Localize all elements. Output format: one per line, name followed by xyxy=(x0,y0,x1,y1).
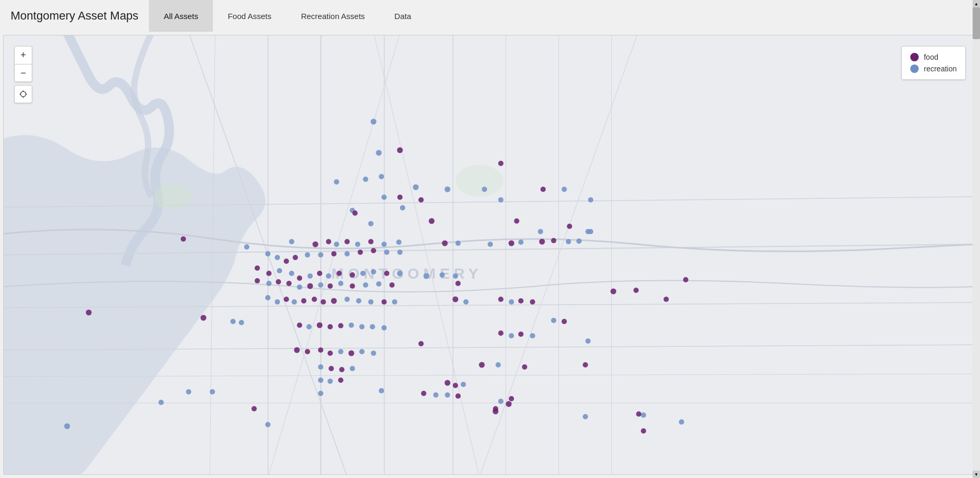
map-dot[interactable] xyxy=(360,271,366,276)
map-dot[interactable] xyxy=(562,187,567,192)
map-dot[interactable] xyxy=(588,229,593,234)
map-dot[interactable] xyxy=(588,197,593,203)
map-dot[interactable] xyxy=(344,239,350,244)
map-dot[interactable] xyxy=(397,270,403,276)
map-dot[interactable] xyxy=(530,333,535,338)
map-dot[interactable] xyxy=(251,406,257,411)
map-dot[interactable] xyxy=(230,319,236,324)
map-dot[interactable] xyxy=(244,244,249,250)
map-dot[interactable] xyxy=(371,248,376,253)
map-dot[interactable] xyxy=(201,315,207,320)
map-dot[interactable] xyxy=(312,297,317,302)
map-dot[interactable] xyxy=(368,299,374,305)
map-dot[interactable] xyxy=(567,224,572,229)
map-dot[interactable] xyxy=(418,197,424,203)
map-dot[interactable] xyxy=(381,299,387,305)
map-dot[interactable] xyxy=(453,273,458,279)
map-dot[interactable] xyxy=(318,391,323,396)
map-dot[interactable] xyxy=(551,238,556,243)
map-dot[interactable] xyxy=(440,272,445,278)
map-dot[interactable] xyxy=(518,240,524,245)
map-dot[interactable] xyxy=(376,150,382,156)
map-dot[interactable] xyxy=(339,367,344,372)
map-dot[interactable] xyxy=(509,396,514,401)
nav-tab-food-assets[interactable]: Food Assets xyxy=(213,0,286,32)
map-dot[interactable] xyxy=(289,271,294,276)
map-dot[interactable] xyxy=(397,195,403,200)
map-dot[interactable] xyxy=(633,288,639,293)
scrollbar-thumb[interactable] xyxy=(973,7,980,39)
map-dot[interactable] xyxy=(418,341,424,346)
map-dot[interactable] xyxy=(384,250,389,255)
map-dot[interactable] xyxy=(317,323,323,328)
map-dot[interactable] xyxy=(318,282,323,288)
map-dot[interactable] xyxy=(461,382,466,387)
map-dot[interactable] xyxy=(318,252,323,258)
map-dot[interactable] xyxy=(350,366,355,371)
map-dot[interactable] xyxy=(479,362,485,367)
map-dot[interactable] xyxy=(683,277,688,282)
map-dot[interactable] xyxy=(350,283,355,289)
map-dot[interactable] xyxy=(453,383,458,388)
map-dot[interactable] xyxy=(506,401,511,407)
map-dot[interactable] xyxy=(530,299,535,305)
map-dot[interactable] xyxy=(64,424,70,429)
map-dot[interactable] xyxy=(429,218,435,224)
map-dot[interactable] xyxy=(455,281,461,286)
map-dot[interactable] xyxy=(356,298,361,304)
map-dot[interactable] xyxy=(352,210,358,216)
map-dot[interactable] xyxy=(551,318,556,323)
map-dot[interactable] xyxy=(576,238,582,244)
reset-view-button[interactable] xyxy=(14,85,32,103)
map-dot[interactable] xyxy=(679,419,684,425)
map-dot[interactable] xyxy=(318,347,323,353)
map-dot[interactable] xyxy=(359,349,365,354)
map-dot[interactable] xyxy=(265,422,270,427)
map-dot[interactable] xyxy=(518,298,524,304)
map-dot[interactable] xyxy=(636,411,641,417)
map-dot[interactable] xyxy=(566,239,571,244)
map-dot[interactable] xyxy=(371,269,376,274)
map-dot[interactable] xyxy=(158,400,164,405)
map-dot[interactable] xyxy=(334,179,339,185)
map-dot[interactable] xyxy=(498,197,503,203)
map-dot[interactable] xyxy=(317,271,322,276)
map-dot[interactable] xyxy=(379,388,384,393)
map-dot[interactable] xyxy=(540,187,546,192)
map-dot[interactable] xyxy=(370,324,375,329)
map-dot[interactable] xyxy=(397,250,403,255)
scrollbar-arrow-down[interactable]: ▼ xyxy=(973,471,980,478)
map-dot[interactable] xyxy=(498,297,503,302)
map-dot[interactable] xyxy=(331,251,337,256)
map-dot[interactable] xyxy=(664,297,669,302)
map-dot[interactable] xyxy=(275,255,280,260)
map-dot[interactable] xyxy=(305,349,310,354)
map-dot[interactable] xyxy=(318,378,323,383)
nav-tab-data[interactable]: Data xyxy=(380,0,426,32)
map-dot[interactable] xyxy=(508,241,514,246)
map-dot[interactable] xyxy=(321,299,326,305)
map-dot[interactable] xyxy=(455,241,461,246)
map-dot[interactable] xyxy=(453,296,459,302)
map-dot[interactable] xyxy=(413,184,419,190)
nav-tab-recreation-assets[interactable]: Recreation Assets xyxy=(286,0,380,32)
map-dot[interactable] xyxy=(433,392,438,398)
map-dot[interactable] xyxy=(455,393,461,399)
map-dot[interactable] xyxy=(562,319,567,324)
map-dot[interactable] xyxy=(293,255,298,260)
map-dot[interactable] xyxy=(255,265,260,271)
map-dot[interactable] xyxy=(381,242,387,247)
map-dot[interactable] xyxy=(338,281,343,286)
map-dot[interactable] xyxy=(338,378,343,383)
map-dot[interactable] xyxy=(392,299,397,305)
map-dot[interactable] xyxy=(381,195,387,200)
scrollbar-arrow-up[interactable]: ▲ xyxy=(973,0,980,7)
map-dot[interactable] xyxy=(641,412,646,418)
map-dot[interactable] xyxy=(328,351,333,356)
map-dot[interactable] xyxy=(338,349,343,354)
map-dot[interactable] xyxy=(328,283,333,289)
map-dot[interactable] xyxy=(276,279,281,284)
map-dot[interactable] xyxy=(349,323,354,328)
map-dot[interactable] xyxy=(210,389,215,394)
map-dot[interactable] xyxy=(379,174,384,179)
